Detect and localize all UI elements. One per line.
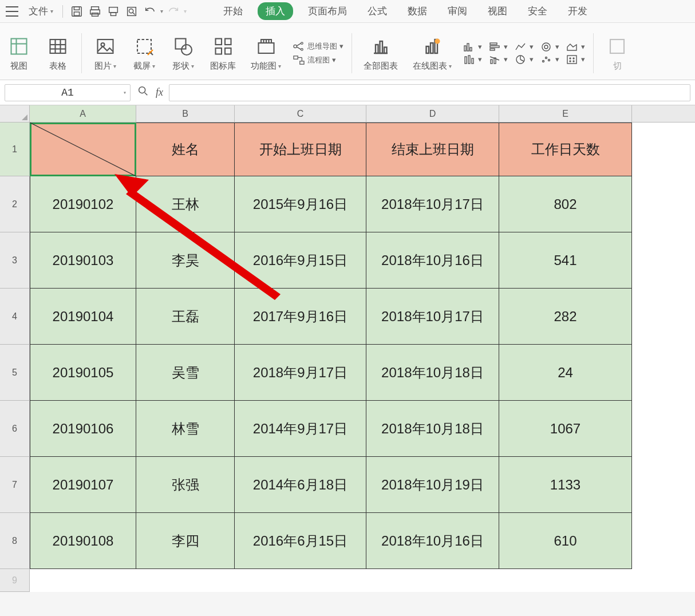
data-cell[interactable]: 2018年10月19日: [366, 457, 499, 513]
save-icon[interactable]: [69, 3, 85, 19]
onlinecharts-group[interactable]: 在线图表▾: [409, 32, 455, 74]
chevron-down-icon[interactable]: ▾: [160, 8, 163, 14]
function-group[interactable]: 功能图▾: [247, 32, 285, 74]
data-cell[interactable]: 2018年10月17日: [366, 289, 499, 345]
tab-review[interactable]: 审阅: [442, 2, 473, 20]
data-cell[interactable]: 林雪: [136, 401, 235, 457]
picture-group[interactable]: 图片▾: [90, 32, 121, 74]
tab-start[interactable]: 开始: [218, 2, 248, 20]
data-cell[interactable]: 李昊: [136, 232, 235, 289]
cell-reference-box[interactable]: A1 ▾: [5, 84, 131, 101]
row-header-8[interactable]: 8: [0, 513, 30, 569]
table-group[interactable]: 表格: [42, 32, 73, 74]
data-cell[interactable]: 2018年9月17日: [235, 345, 366, 401]
select-all-corner[interactable]: [0, 105, 30, 122]
data-cell[interactable]: 2014年6月18日: [235, 457, 366, 513]
fx-icon[interactable]: fx: [156, 86, 163, 98]
data-cell[interactable]: 20190102: [30, 176, 136, 232]
col-header-A[interactable]: A: [30, 105, 136, 122]
combo-chart-icon[interactable]: ▾: [489, 54, 508, 65]
header-cell[interactable]: 姓名: [136, 123, 235, 176]
allcharts-group[interactable]: 全部图表: [360, 32, 401, 74]
row-header-4[interactable]: 4: [0, 289, 30, 345]
undo-icon[interactable]: [142, 3, 158, 19]
data-cell[interactable]: 20190103: [30, 232, 136, 289]
data-cell[interactable]: 2018年10月16日: [366, 513, 499, 569]
donut-chart-icon[interactable]: ▾: [540, 42, 559, 52]
header-cell[interactable]: [30, 123, 136, 176]
tab-view[interactable]: 视图: [482, 2, 513, 20]
data-cell[interactable]: 2016年6月15日: [235, 513, 366, 569]
tab-formula[interactable]: 公式: [362, 2, 393, 20]
row-header-3[interactable]: 3: [0, 232, 30, 289]
zoom-icon[interactable]: [136, 85, 150, 100]
col-header-C[interactable]: C: [235, 105, 366, 122]
col-header-D[interactable]: D: [366, 105, 499, 122]
data-cell[interactable]: 吴雪: [136, 345, 235, 401]
data-cell[interactable]: 802: [499, 176, 632, 232]
data-cell[interactable]: 2018年10月18日: [366, 401, 499, 457]
cut-group[interactable]: 切: [602, 32, 633, 74]
data-cell[interactable]: 1133: [499, 457, 632, 513]
col-header-B[interactable]: B: [136, 105, 235, 122]
data-cell[interactable]: 20190108: [30, 513, 136, 569]
data-cell[interactable]: 张强: [136, 457, 235, 513]
data-cell[interactable]: 2015年9月16日: [235, 176, 366, 232]
data-cell[interactable]: 610: [499, 513, 632, 569]
data-cell[interactable]: 2016年9月15日: [235, 232, 366, 289]
printer2-icon[interactable]: [105, 3, 121, 19]
formula-input[interactable]: [169, 84, 690, 101]
area-chart-icon[interactable]: ▾: [566, 42, 585, 52]
row-header-1[interactable]: 1: [0, 123, 30, 176]
preview-icon[interactable]: [124, 3, 140, 19]
header-cell[interactable]: 工作日天数: [499, 123, 632, 176]
data-cell[interactable]: 541: [499, 232, 632, 289]
header-cell[interactable]: 开始上班日期: [235, 123, 366, 176]
hbar-chart-icon[interactable]: ▾: [489, 42, 508, 52]
data-cell[interactable]: 2018年10月18日: [366, 345, 499, 401]
more-chart-icon[interactable]: ▾: [566, 54, 585, 65]
pivot-group[interactable]: 视图: [3, 32, 34, 74]
tab-security[interactable]: 安全: [522, 2, 553, 20]
bar-chart-icon[interactable]: ▾: [463, 42, 482, 52]
data-cell[interactable]: 2014年9月17日: [235, 401, 366, 457]
redo-icon[interactable]: [165, 3, 181, 19]
data-cell[interactable]: 2018年10月16日: [366, 232, 499, 289]
data-cell[interactable]: 20190104: [30, 289, 136, 345]
row-header-9[interactable]: 9: [0, 569, 30, 592]
crop-group[interactable]: 截屏▾: [129, 32, 160, 74]
row-header-6[interactable]: 6: [0, 401, 30, 457]
column-chart-icon[interactable]: ▾: [463, 54, 482, 65]
data-cell[interactable]: 李四: [136, 513, 235, 569]
icons-group[interactable]: 图标库: [207, 32, 239, 74]
line-chart-icon[interactable]: ▾: [515, 42, 534, 52]
data-cell[interactable]: 20190107: [30, 457, 136, 513]
pie-chart-icon[interactable]: ▾: [515, 54, 534, 65]
data-cell[interactable]: 2018年10月17日: [366, 176, 499, 232]
scatter-chart-icon[interactable]: ▾: [540, 54, 559, 65]
hamburger-icon[interactable]: [6, 6, 18, 17]
row-header-2[interactable]: 2: [0, 176, 30, 232]
data-cell[interactable]: 王磊: [136, 289, 235, 345]
mindmap-button[interactable]: 思维导图 ▾: [293, 41, 343, 52]
col-header-E[interactable]: E: [499, 105, 632, 122]
data-cell[interactable]: 282: [499, 289, 632, 345]
shape-group[interactable]: 形状▾: [168, 32, 199, 74]
data-cell[interactable]: 24: [499, 345, 632, 401]
tab-data[interactable]: 数据: [402, 2, 433, 20]
chevron-down-icon: ▾: [581, 55, 585, 64]
row-header-7[interactable]: 7: [0, 457, 30, 513]
data-cell[interactable]: 20190105: [30, 345, 136, 401]
tab-pagelayout[interactable]: 页面布局: [302, 2, 353, 20]
row-header-5[interactable]: 5: [0, 345, 30, 401]
tab-insert[interactable]: 插入: [258, 2, 293, 20]
header-cell[interactable]: 结束上班日期: [366, 123, 499, 176]
print-icon[interactable]: [87, 3, 103, 19]
tab-developer[interactable]: 开发: [562, 2, 593, 20]
flowchart-button[interactable]: 流程图 ▾: [293, 55, 343, 65]
data-cell[interactable]: 2017年9月16日: [235, 289, 366, 345]
data-cell[interactable]: 20190106: [30, 401, 136, 457]
file-menu[interactable]: 文件 ▾: [25, 5, 57, 18]
data-cell[interactable]: 王林: [136, 176, 235, 232]
data-cell[interactable]: 1067: [499, 401, 632, 457]
